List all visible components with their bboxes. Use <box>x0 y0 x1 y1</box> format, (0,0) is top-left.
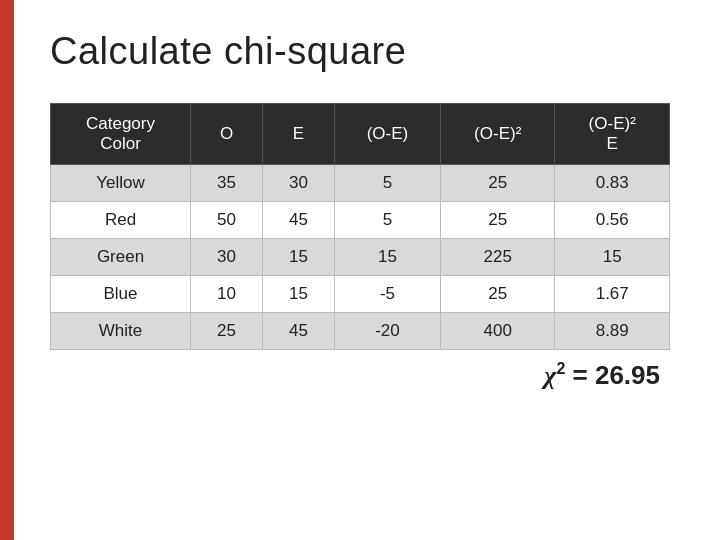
cell-o: 10 <box>191 276 263 313</box>
chi-square-result: χ2 = 26.95 <box>50 360 680 391</box>
table-header-row: Category Color O E (O-E) (O-E)² (O-E)² E <box>51 104 670 165</box>
col-header-o: O <box>191 104 263 165</box>
cell-o: 30 <box>191 239 263 276</box>
table-wrapper: Category Color O E (O-E) (O-E)² (O-E)² E… <box>50 103 680 350</box>
cell-category: Green <box>51 239 191 276</box>
cell-o_e: 5 <box>334 202 440 239</box>
cell-o_e2: 400 <box>440 313 555 350</box>
accent-bar <box>0 0 14 540</box>
col-header-category: Category Color <box>51 104 191 165</box>
table-body: Yellow35305250.83Red50455250.56Green3015… <box>51 165 670 350</box>
cell-o_e2_e: 1.67 <box>555 276 670 313</box>
chi-value: = 26.95 <box>565 360 660 390</box>
cell-o_e: -20 <box>334 313 440 350</box>
table-row: Green30151522515 <box>51 239 670 276</box>
chi-symbol: χ <box>544 361 556 390</box>
cell-o_e2_e: 0.56 <box>555 202 670 239</box>
col-header-o-e2: (O-E)² <box>440 104 555 165</box>
cell-o_e2_e: 0.83 <box>555 165 670 202</box>
table-row: Red50455250.56 <box>51 202 670 239</box>
cell-o_e2_e: 15 <box>555 239 670 276</box>
cell-o: 25 <box>191 313 263 350</box>
chi-superscript: 2 <box>556 360 565 377</box>
cell-o_e: -5 <box>334 276 440 313</box>
cell-category: Yellow <box>51 165 191 202</box>
cell-category: White <box>51 313 191 350</box>
cell-e: 15 <box>262 276 334 313</box>
cell-e: 15 <box>262 239 334 276</box>
col-header-e: E <box>262 104 334 165</box>
col-header-o-e: (O-E) <box>334 104 440 165</box>
cell-o_e2: 25 <box>440 165 555 202</box>
cell-o_e2: 25 <box>440 202 555 239</box>
table-row: Yellow35305250.83 <box>51 165 670 202</box>
cell-o_e: 5 <box>334 165 440 202</box>
cell-category: Red <box>51 202 191 239</box>
cell-e: 45 <box>262 313 334 350</box>
cell-o: 35 <box>191 165 263 202</box>
page-title: Calculate chi-square <box>50 30 680 73</box>
cell-category: Blue <box>51 276 191 313</box>
page: Calculate chi-square Category Color O E … <box>0 0 720 540</box>
chi-square-table: Category Color O E (O-E) (O-E)² (O-E)² E… <box>50 103 670 350</box>
cell-o: 50 <box>191 202 263 239</box>
table-row: White2545-204008.89 <box>51 313 670 350</box>
cell-o_e2_e: 8.89 <box>555 313 670 350</box>
cell-o_e2: 225 <box>440 239 555 276</box>
cell-e: 30 <box>262 165 334 202</box>
cell-o_e2: 25 <box>440 276 555 313</box>
table-row: Blue1015-5251.67 <box>51 276 670 313</box>
content-area: Calculate chi-square Category Color O E … <box>30 0 720 540</box>
cell-o_e: 15 <box>334 239 440 276</box>
cell-e: 45 <box>262 202 334 239</box>
col-header-o-e2-e: (O-E)² E <box>555 104 670 165</box>
